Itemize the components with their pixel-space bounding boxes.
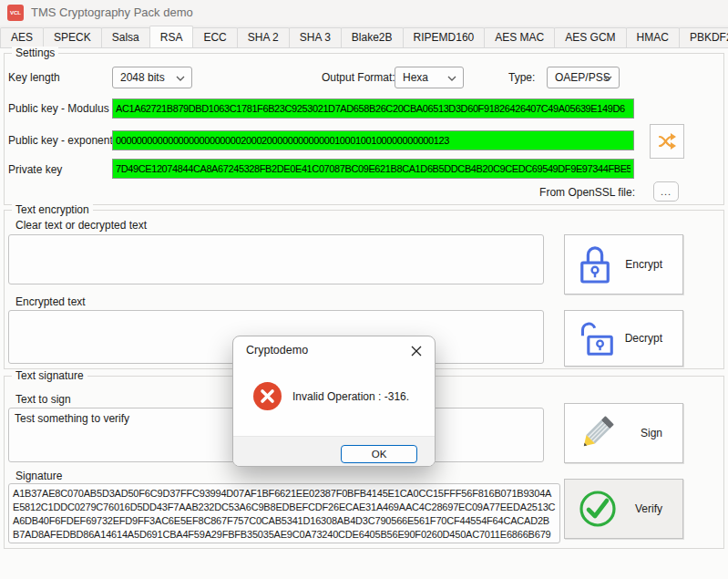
vcl-app-icon: VCL [7,5,24,21]
dialog-footer: OK [233,436,435,467]
signature-label: Signature [15,470,62,482]
openssl-file-browse-button[interactable]: ... [653,181,679,202]
tab-bar: AES SPECK Salsa RSA ECC SHA 2 SHA 3 Blak… [0,26,728,48]
tab-pbkdf2[interactable]: PBKDF2 [679,27,728,47]
check-circle-icon [578,489,618,529]
key-length-value: 2048 bits [120,71,165,84]
sign-button[interactable]: Sign [564,403,683,463]
error-icon [253,382,282,410]
tab-rsa[interactable]: RSA [149,26,194,48]
tab-sha3[interactable]: SHA 3 [289,27,342,47]
dialog-message: Invalid Operation : -316. [292,390,409,403]
key-length-select[interactable]: 2048 bits [112,67,192,88]
app-window: VCL TMS Cryptography Pack demo AES SPECK… [0,0,728,579]
tab-aes[interactable]: AES [0,27,44,47]
chevron-down-icon [176,76,185,81]
tab-blake2b[interactable]: Blake2B [341,27,404,47]
output-format-select[interactable]: Hexa [395,67,464,88]
tab-sha2[interactable]: SHA 2 [237,27,290,47]
encrypt-button[interactable]: Encrypt [564,234,683,295]
settings-group-label: Settings [12,47,58,59]
exponent-label: Public key - exponent [8,134,113,147]
encrypt-button-label: Encrypt [625,258,662,271]
text-signature-group-label: Text signature [12,369,87,382]
modulus-label: Public key - Modulus [8,102,109,115]
output-format-label: Output Format: [322,71,395,84]
modulus-field[interactable] [112,98,634,119]
signature-input[interactable]: A1B37AE8C070AB5D3AD50F6C9D37FFC93994D07A… [8,483,560,543]
clear-text-input[interactable] [8,234,544,284]
dialog-title-bar[interactable]: Cryptodemo [233,336,435,364]
close-icon [411,346,422,357]
type-label: Type: [508,71,535,84]
lock-open-icon [578,318,614,358]
tab-ripemd160[interactable]: RIPEMD160 [403,27,486,47]
decrypt-button-label: Decrypt [625,332,662,345]
generate-keys-button[interactable] [650,124,684,159]
settings-group: Settings Key length 2048 bits Output For… [4,53,724,205]
tab-aes-mac[interactable]: AES MAC [484,27,555,47]
chevron-down-icon [447,76,456,81]
from-openssl-label: From OpenSSL file: [442,186,635,199]
clear-text-label: Clear text or decrypted text [15,219,147,232]
text-to-sign-label: Text to sign [15,393,71,406]
tab-salsa[interactable]: Salsa [101,27,150,47]
tab-aes-gcm[interactable]: AES GCM [554,27,626,47]
private-key-label: Private key [8,163,62,176]
exponent-field[interactable] [112,130,634,150]
tab-speck[interactable]: SPECK [43,27,102,47]
error-dialog: Cryptodemo Invalid Operation : -316. OK [232,336,436,467]
ok-button[interactable]: OK [341,445,417,463]
key-length-label: Key length [8,71,60,84]
app-icon-label: VCL [10,10,21,16]
pencil-icon [578,413,616,453]
chevron-down-icon [603,76,612,81]
sign-button-label: Sign [641,427,662,439]
text-encryption-group-label: Text encryption [12,203,93,216]
output-format-value: Hexa [403,71,428,84]
tab-hmac[interactable]: HMAC [626,27,680,47]
dialog-close-button[interactable] [409,344,424,358]
decrypt-button[interactable]: Decrypt [564,310,683,367]
type-select[interactable]: OAEP/PSS [547,67,620,88]
dialog-title: Cryptodemo [246,344,308,357]
private-key-field[interactable] [112,159,634,179]
encrypted-text-label: Encrypted text [15,295,86,308]
verify-button[interactable]: Verify [564,479,683,539]
title-bar[interactable]: VCL TMS Cryptography Pack demo [0,0,728,26]
window-title: TMS Cryptography Pack demo [31,5,193,19]
tab-ecc[interactable]: ECC [192,27,237,47]
shuffle-arrows-icon [657,132,677,150]
lock-closed-icon [578,244,612,284]
type-value: OAEP/PSS [555,71,610,84]
verify-button-label: Verify [635,502,662,515]
